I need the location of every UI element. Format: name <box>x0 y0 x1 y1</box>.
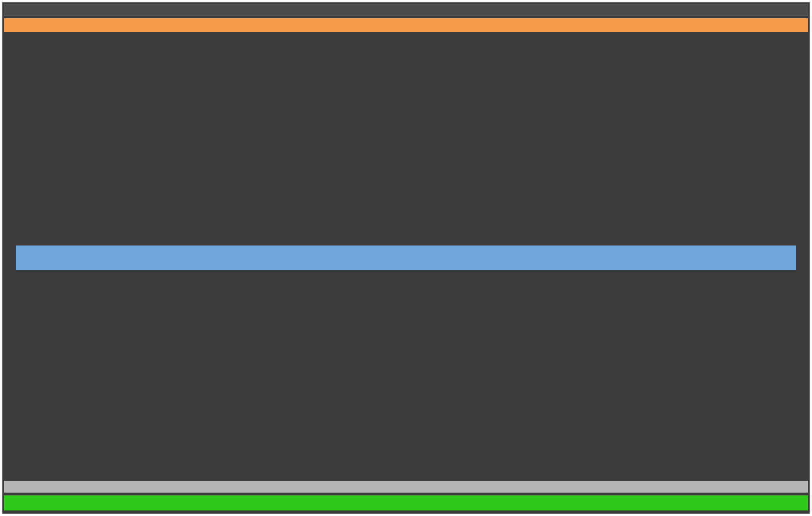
memory-controller-column-right <box>798 35 808 475</box>
gigathread-engine-bar <box>4 18 808 32</box>
pcie-host-interface-bar <box>4 4 808 16</box>
nvlink-bar <box>4 495 808 510</box>
high-speed-hub-bar <box>4 481 808 493</box>
gpu-die-diagram <box>2 2 810 514</box>
memory-controller-column-left <box>4 35 14 475</box>
gpc-row-top <box>16 35 796 235</box>
gpc-row-bottom <box>119 281 700 477</box>
l2-partition-strip-bottom <box>16 272 796 278</box>
l2-partition-strip-top <box>16 237 796 243</box>
l2-cache-bar <box>16 246 796 270</box>
